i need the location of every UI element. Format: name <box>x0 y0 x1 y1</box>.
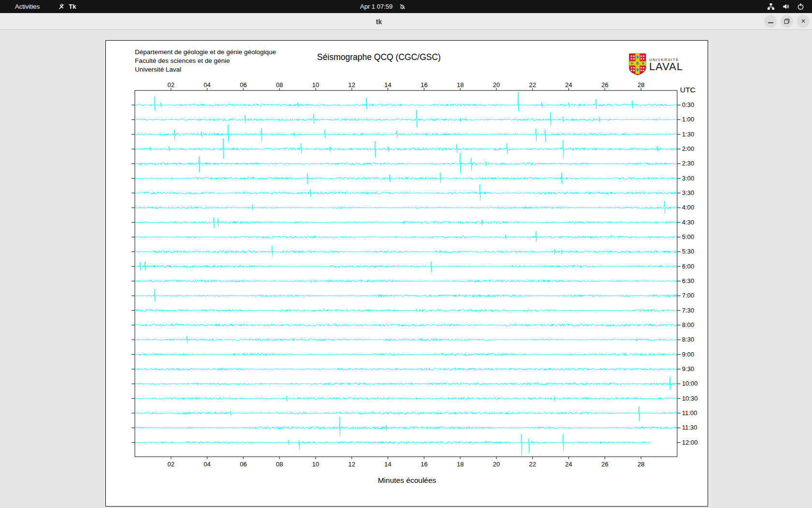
row-time-label: 9:30 <box>682 365 694 373</box>
gnome-top-bar: Activities Tk Apr 1 07:59 <box>0 0 812 13</box>
window-title: tk <box>376 13 382 30</box>
seismogram-trace-12-00 <box>135 434 652 456</box>
row-time-label: 6:30 <box>682 277 694 284</box>
seismogram-trace-10-00 <box>135 377 677 389</box>
x-tick-label: 26 <box>601 81 608 89</box>
seismogram-plot: 0202040406060808101012121414161618182020… <box>106 41 708 506</box>
row-time-label: 7:30 <box>682 307 694 314</box>
x-tick-label: 08 <box>276 461 283 468</box>
row-time-label: 4:30 <box>682 219 694 226</box>
row-time-label: 3:30 <box>682 189 694 196</box>
x-tick-label: 08 <box>276 81 283 89</box>
clock-label: Apr 1 07:59 <box>360 3 392 10</box>
x-tick-label: 22 <box>529 461 536 468</box>
seismogram-trace-9-00 <box>135 353 677 356</box>
x-tick-label: 16 <box>420 81 427 89</box>
row-time-label: 10:00 <box>682 380 698 387</box>
row-time-label: 12:00 <box>682 439 698 446</box>
seismogram-trace-10-30 <box>135 396 677 402</box>
x-tick-label: 02 <box>168 81 174 89</box>
tk-window-content: Département de géologie et de génie géol… <box>0 30 812 508</box>
x-tick-label: 28 <box>638 461 644 468</box>
x-tick-label: 02 <box>168 461 174 468</box>
x-tick-label: 12 <box>348 81 355 89</box>
x-tick-label: 28 <box>638 81 644 89</box>
seismogram-trace-2-30 <box>135 153 677 173</box>
x-tick-label: 24 <box>565 81 572 89</box>
close-icon: × <box>801 17 805 25</box>
seismogram-trace-5-00 <box>135 231 677 242</box>
seismogram-trace-7-00 <box>135 289 677 301</box>
minimize-button[interactable] <box>764 15 777 28</box>
seismogram-trace-11-30 <box>135 417 677 436</box>
x-tick-label: 16 <box>420 461 427 468</box>
seismogram-trace-6-30 <box>135 280 677 283</box>
maximize-icon <box>784 18 790 24</box>
plot-frame <box>135 90 677 457</box>
x-tick-label: 26 <box>601 461 608 468</box>
row-time-label: 8:00 <box>682 321 694 329</box>
seismogram-trace-3-30 <box>135 184 677 201</box>
row-time-label: 11:30 <box>682 424 697 431</box>
x-tick-label: 12 <box>348 461 355 468</box>
row-time-label: 10:30 <box>682 395 698 402</box>
seismogram-trace-9-30 <box>135 368 677 370</box>
x-tick-label: 06 <box>240 81 246 89</box>
seismogram-trace-4-30 <box>135 218 677 228</box>
power-icon <box>797 3 804 10</box>
row-time-label: 2:00 <box>682 145 694 152</box>
seismogram-trace-6-00 <box>135 262 677 272</box>
x-tick-label: 20 <box>493 81 500 89</box>
clock-menu[interactable]: Apr 1 07:59 <box>360 0 406 13</box>
system-status-area[interactable] <box>767 0 804 13</box>
seismogram-trace-8-30 <box>135 336 677 343</box>
x-tick-label: 18 <box>457 461 464 468</box>
utc-label: UTC <box>680 86 696 94</box>
row-time-label: 11:00 <box>682 409 697 417</box>
row-time-label: 6:00 <box>682 263 694 270</box>
x-tick-label: 06 <box>240 461 246 468</box>
wired-network-icon <box>767 3 775 10</box>
tk-app-menu[interactable]: Tk <box>58 3 76 10</box>
x-tick-label: 10 <box>312 81 319 89</box>
close-button[interactable]: × <box>797 15 810 28</box>
row-time-label: 7:00 <box>682 292 694 299</box>
activities-button[interactable]: Activities <box>13 0 42 13</box>
tk-feather-icon <box>58 3 65 10</box>
row-time-label: 8:30 <box>682 336 694 343</box>
x-tick-label: 04 <box>203 81 210 89</box>
seismograph-canvas: Département de géologie et de génie géol… <box>105 40 708 507</box>
row-time-label: 5:30 <box>682 248 694 255</box>
row-time-label: 5:00 <box>682 233 694 240</box>
activities-label: Activities <box>15 3 40 10</box>
x-tick-label: 24 <box>565 461 572 468</box>
seismogram-trace-5-30 <box>135 246 677 256</box>
x-tick-label: 22 <box>529 81 536 89</box>
row-time-label: 3:00 <box>682 175 694 182</box>
seismogram-trace-7-30 <box>135 309 677 312</box>
window-titlebar[interactable]: tk × <box>0 13 812 30</box>
seismogram-trace-1-30 <box>135 125 677 142</box>
seismogram-trace-0-30 <box>135 92 677 111</box>
minimize-icon <box>768 22 773 23</box>
row-time-label: 9:00 <box>682 351 694 358</box>
x-tick-label: 14 <box>384 461 391 468</box>
x-tick-label: 18 <box>457 81 464 89</box>
seismogram-trace-1-00 <box>135 110 677 128</box>
row-time-label: 1:30 <box>682 131 694 138</box>
x-tick-label: 14 <box>384 81 391 89</box>
volume-icon <box>782 3 790 10</box>
seismogram-trace-3-00 <box>135 173 677 184</box>
x-tick-label: 10 <box>312 461 319 468</box>
row-time-label: 2:30 <box>682 160 694 167</box>
seismogram-trace-8-00 <box>135 323 677 327</box>
tk-app-label: Tk <box>69 3 76 10</box>
seismogram-trace-11-00 <box>135 406 677 421</box>
maximize-button[interactable] <box>781 15 793 28</box>
row-time-label: 4:00 <box>682 204 694 211</box>
seismogram-trace-2-00 <box>135 138 677 159</box>
x-axis-title: Minutes écoulées <box>378 476 436 484</box>
notifications-disabled-icon <box>399 3 406 10</box>
row-time-label: 1:00 <box>682 116 694 123</box>
x-tick-label: 20 <box>493 461 500 468</box>
